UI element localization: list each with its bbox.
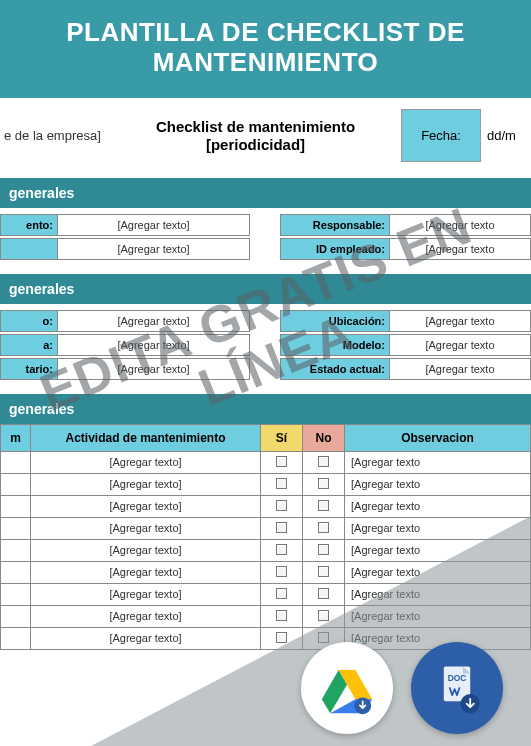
cell-obs[interactable]: [Agregar texto xyxy=(345,539,531,561)
checkbox-icon[interactable] xyxy=(276,588,287,599)
drive-icon xyxy=(319,660,375,716)
cell-obs[interactable]: [Agregar texto xyxy=(345,495,531,517)
table-row: [Agregar texto][Agregar texto xyxy=(1,583,531,605)
checkbox-icon[interactable] xyxy=(318,478,329,489)
cell-si[interactable] xyxy=(261,473,303,495)
field-label: ID empleado: xyxy=(280,238,390,260)
checkbox-icon[interactable] xyxy=(318,456,329,467)
word-doc-download-icon[interactable]: DOC xyxy=(411,642,503,734)
field-value[interactable]: [Agregar texto xyxy=(390,334,531,356)
field-value[interactable]: [Agregar texto] xyxy=(58,310,250,332)
checkbox-icon[interactable] xyxy=(318,566,329,577)
cell-no[interactable] xyxy=(303,495,345,517)
cell-obs[interactable]: [Agregar texto xyxy=(345,605,531,627)
table-row: [Agregar texto][Agregar texto xyxy=(1,605,531,627)
fecha-value: dd/m xyxy=(481,128,531,143)
cell-no[interactable] xyxy=(303,451,345,473)
checkbox-icon[interactable] xyxy=(276,478,287,489)
checkbox-icon[interactable] xyxy=(276,610,287,621)
section1-fields: ento: [Agregar texto] [Agregar texto] Re… xyxy=(0,214,531,260)
checkbox-icon[interactable] xyxy=(276,544,287,555)
cell-item xyxy=(1,627,31,649)
checkbox-icon[interactable] xyxy=(276,522,287,533)
field-value[interactable]: [Agregar texto xyxy=(390,238,531,260)
cell-activity[interactable]: [Agregar texto] xyxy=(31,583,261,605)
field-row: Ubicación: [Agregar texto xyxy=(280,310,531,332)
doc-title-line1: Checklist de mantenimiento xyxy=(110,118,401,136)
checkbox-icon[interactable] xyxy=(276,456,287,467)
table-row: [Agregar texto][Agregar texto xyxy=(1,517,531,539)
checkbox-icon[interactable] xyxy=(276,500,287,511)
checkbox-icon[interactable] xyxy=(318,610,329,621)
field-value[interactable]: [Agregar texto] xyxy=(58,358,250,380)
download-icons: DOC xyxy=(301,642,503,734)
cell-si[interactable] xyxy=(261,539,303,561)
cell-no[interactable] xyxy=(303,539,345,561)
cell-activity[interactable]: [Agregar texto] xyxy=(31,605,261,627)
col-no-header: No xyxy=(303,424,345,451)
field-row: Estado actual: [Agregar texto xyxy=(280,358,531,380)
cell-activity[interactable]: [Agregar texto] xyxy=(31,561,261,583)
cell-obs[interactable]: [Agregar texto xyxy=(345,473,531,495)
field-label: Modelo: xyxy=(280,334,390,356)
cell-no[interactable] xyxy=(303,561,345,583)
cell-item xyxy=(1,473,31,495)
cell-no[interactable] xyxy=(303,605,345,627)
page-banner: PLANTILLA DE CHECKLIST DE MANTENIMIENTO xyxy=(0,0,531,98)
col-activity-header: Actividad de mantenimiento xyxy=(31,424,261,451)
col-item-header: m xyxy=(1,424,31,451)
field-value[interactable]: [Agregar texto] xyxy=(58,214,250,236)
field-value[interactable]: [Agregar texto xyxy=(390,358,531,380)
cell-obs[interactable]: [Agregar texto xyxy=(345,583,531,605)
field-row: [Agregar texto] xyxy=(0,238,250,260)
field-label: Responsable: xyxy=(280,214,390,236)
field-row: tario: [Agregar texto] xyxy=(0,358,250,380)
title-row: e de la empresa] Checklist de mantenimie… xyxy=(0,108,531,164)
field-value[interactable]: [Agregar texto xyxy=(390,214,531,236)
checkbox-icon[interactable] xyxy=(318,500,329,511)
checkbox-icon[interactable] xyxy=(276,632,287,643)
cell-no[interactable] xyxy=(303,517,345,539)
document-area: e de la empresa] Checklist de mantenimie… xyxy=(0,98,531,650)
cell-si[interactable] xyxy=(261,495,303,517)
section2-heading: generales xyxy=(0,274,531,304)
cell-si[interactable] xyxy=(261,451,303,473)
cell-si[interactable] xyxy=(261,583,303,605)
cell-obs[interactable]: [Agregar texto xyxy=(345,451,531,473)
cell-activity[interactable]: [Agregar texto] xyxy=(31,517,261,539)
field-value[interactable]: [Agregar texto] xyxy=(58,238,250,260)
google-drive-download-icon[interactable] xyxy=(301,642,393,734)
table-row: [Agregar texto][Agregar texto xyxy=(1,451,531,473)
checkbox-icon[interactable] xyxy=(318,588,329,599)
field-row: ID empleado: [Agregar texto xyxy=(280,238,531,260)
field-row: Responsable: [Agregar texto xyxy=(280,214,531,236)
cell-item xyxy=(1,517,31,539)
cell-activity[interactable]: [Agregar texto] xyxy=(31,495,261,517)
cell-no[interactable] xyxy=(303,473,345,495)
field-value[interactable]: [Agregar texto] xyxy=(58,334,250,356)
checkbox-icon[interactable] xyxy=(318,544,329,555)
checkbox-icon[interactable] xyxy=(318,522,329,533)
cell-si[interactable] xyxy=(261,605,303,627)
cell-item xyxy=(1,605,31,627)
field-value[interactable]: [Agregar texto xyxy=(390,310,531,332)
field-row: Modelo: [Agregar texto xyxy=(280,334,531,356)
cell-si[interactable] xyxy=(261,561,303,583)
doc-icon: DOC xyxy=(427,658,487,718)
cell-si[interactable] xyxy=(261,627,303,649)
section1-heading: generales xyxy=(0,178,531,208)
field-row: o: [Agregar texto] xyxy=(0,310,250,332)
cell-obs[interactable]: [Agregar texto xyxy=(345,517,531,539)
cell-si[interactable] xyxy=(261,517,303,539)
field-label xyxy=(0,238,58,260)
field-label: Estado actual: xyxy=(280,358,390,380)
cell-no[interactable] xyxy=(303,583,345,605)
cell-activity[interactable]: [Agregar texto] xyxy=(31,627,261,649)
checklist-table: m Actividad de mantenimiento Sí No Obser… xyxy=(0,424,531,650)
cell-item xyxy=(1,539,31,561)
checkbox-icon[interactable] xyxy=(276,566,287,577)
cell-obs[interactable]: [Agregar texto xyxy=(345,561,531,583)
cell-activity[interactable]: [Agregar texto] xyxy=(31,539,261,561)
cell-activity[interactable]: [Agregar texto] xyxy=(31,451,261,473)
cell-activity[interactable]: [Agregar texto] xyxy=(31,473,261,495)
